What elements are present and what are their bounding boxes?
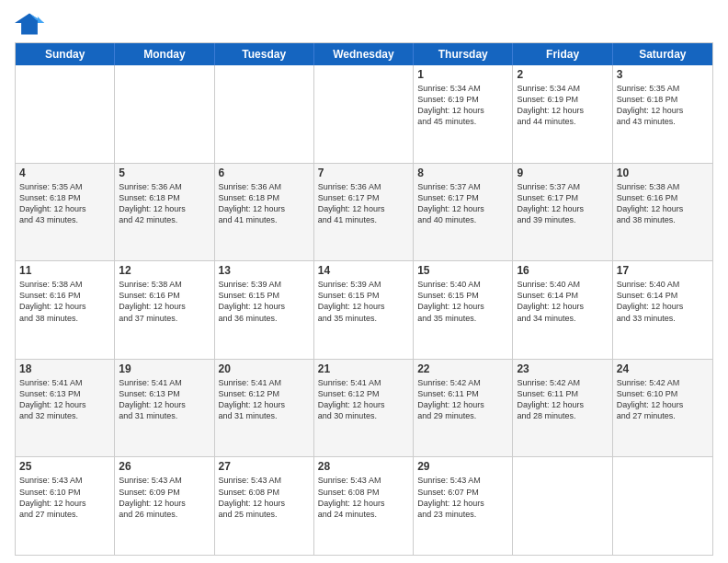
calendar-cell: 14Sunrise: 5:39 AM Sunset: 6:15 PM Dayli…	[314, 261, 414, 359]
cell-date: 17	[617, 264, 709, 277]
day-header-saturday: Saturday	[613, 43, 712, 65]
cell-date: 26	[119, 460, 210, 473]
calendar-week-1: 4Sunrise: 5:35 AM Sunset: 6:18 PM Daylig…	[16, 163, 712, 261]
cell-info: Sunrise: 5:40 AM Sunset: 6:14 PM Dayligh…	[617, 279, 709, 324]
calendar-cell: 19Sunrise: 5:41 AM Sunset: 6:13 PM Dayli…	[115, 360, 214, 457]
calendar-cell: 15Sunrise: 5:40 AM Sunset: 6:15 PM Dayli…	[414, 261, 513, 359]
cell-date: 7	[318, 167, 409, 179]
cell-date: 12	[119, 264, 210, 277]
calendar-cell: 20Sunrise: 5:41 AM Sunset: 6:12 PM Dayli…	[215, 360, 314, 457]
cell-date: 1	[417, 68, 508, 81]
cell-date: 24	[617, 362, 709, 375]
calendar-week-0: 1Sunrise: 5:34 AM Sunset: 6:19 PM Daylig…	[16, 65, 712, 163]
cell-date: 8	[417, 167, 508, 179]
calendar-cell	[16, 65, 115, 163]
calendar-cell: 27Sunrise: 5:43 AM Sunset: 6:08 PM Dayli…	[215, 457, 314, 555]
cell-info: Sunrise: 5:41 AM Sunset: 6:13 PM Dayligh…	[19, 377, 110, 422]
day-header-tuesday: Tuesday	[215, 43, 314, 65]
cell-date: 29	[417, 460, 508, 473]
cell-date: 9	[517, 167, 608, 179]
calendar-cell: 10Sunrise: 5:38 AM Sunset: 6:16 PM Dayli…	[613, 164, 712, 261]
calendar-cell: 26Sunrise: 5:43 AM Sunset: 6:09 PM Dayli…	[115, 457, 214, 555]
day-headers: SundayMondayTuesdayWednesdayThursdayFrid…	[16, 43, 712, 65]
calendar-cell: 23Sunrise: 5:42 AM Sunset: 6:11 PM Dayli…	[513, 360, 612, 457]
calendar-cell: 17Sunrise: 5:40 AM Sunset: 6:14 PM Dayli…	[613, 261, 712, 359]
cell-date: 18	[19, 362, 110, 375]
cell-info: Sunrise: 5:37 AM Sunset: 6:17 PM Dayligh…	[517, 181, 608, 226]
cell-info: Sunrise: 5:41 AM Sunset: 6:12 PM Dayligh…	[318, 377, 409, 422]
calendar-cell	[314, 65, 414, 163]
calendar-cell: 25Sunrise: 5:43 AM Sunset: 6:10 PM Dayli…	[16, 457, 115, 555]
cell-date: 3	[617, 68, 709, 81]
cell-info: Sunrise: 5:42 AM Sunset: 6:11 PM Dayligh…	[417, 377, 508, 422]
cell-info: Sunrise: 5:43 AM Sunset: 6:09 PM Dayligh…	[119, 475, 210, 520]
calendar-cell: 28Sunrise: 5:43 AM Sunset: 6:08 PM Dayli…	[314, 457, 414, 555]
cell-info: Sunrise: 5:34 AM Sunset: 6:19 PM Dayligh…	[417, 83, 508, 128]
day-header-friday: Friday	[513, 43, 612, 65]
cell-date: 25	[19, 460, 110, 473]
calendar-cell: 18Sunrise: 5:41 AM Sunset: 6:13 PM Dayli…	[16, 360, 115, 457]
cell-info: Sunrise: 5:35 AM Sunset: 6:18 PM Dayligh…	[19, 181, 110, 226]
logo	[15, 11, 48, 37]
cell-date: 15	[417, 264, 508, 277]
cell-date: 11	[19, 264, 110, 277]
calendar-cell: 16Sunrise: 5:40 AM Sunset: 6:14 PM Dayli…	[513, 261, 612, 359]
cell-date: 28	[318, 460, 409, 473]
cell-date: 22	[417, 362, 508, 375]
cell-info: Sunrise: 5:36 AM Sunset: 6:17 PM Dayligh…	[318, 181, 409, 226]
calendar-cell	[215, 65, 314, 163]
day-header-monday: Monday	[115, 43, 214, 65]
cell-info: Sunrise: 5:43 AM Sunset: 6:08 PM Dayligh…	[318, 475, 409, 520]
cell-date: 14	[318, 264, 409, 277]
cell-info: Sunrise: 5:36 AM Sunset: 6:18 PM Dayligh…	[219, 181, 310, 226]
logo-icon	[15, 11, 44, 37]
cell-date: 21	[318, 362, 409, 375]
cell-info: Sunrise: 5:39 AM Sunset: 6:15 PM Dayligh…	[318, 279, 409, 324]
calendar-cell	[513, 457, 612, 555]
cell-date: 6	[219, 167, 310, 179]
cell-info: Sunrise: 5:42 AM Sunset: 6:11 PM Dayligh…	[517, 377, 608, 422]
calendar-body: 1Sunrise: 5:34 AM Sunset: 6:19 PM Daylig…	[16, 65, 712, 555]
calendar-week-4: 25Sunrise: 5:43 AM Sunset: 6:10 PM Dayli…	[16, 456, 712, 555]
calendar-week-2: 11Sunrise: 5:38 AM Sunset: 6:16 PM Dayli…	[16, 260, 712, 359]
cell-date: 16	[517, 264, 608, 277]
cell-info: Sunrise: 5:36 AM Sunset: 6:18 PM Dayligh…	[119, 181, 210, 226]
cell-info: Sunrise: 5:43 AM Sunset: 6:07 PM Dayligh…	[417, 475, 508, 520]
calendar-cell: 8Sunrise: 5:37 AM Sunset: 6:17 PM Daylig…	[414, 164, 513, 261]
calendar-cell: 13Sunrise: 5:39 AM Sunset: 6:15 PM Dayli…	[215, 261, 314, 359]
cell-info: Sunrise: 5:40 AM Sunset: 6:14 PM Dayligh…	[517, 279, 608, 324]
cell-info: Sunrise: 5:38 AM Sunset: 6:16 PM Dayligh…	[617, 181, 709, 226]
calendar-cell	[115, 65, 214, 163]
cell-info: Sunrise: 5:37 AM Sunset: 6:17 PM Dayligh…	[417, 181, 508, 226]
calendar-cell: 1Sunrise: 5:34 AM Sunset: 6:19 PM Daylig…	[414, 65, 513, 163]
cell-info: Sunrise: 5:35 AM Sunset: 6:18 PM Dayligh…	[617, 83, 709, 128]
cell-info: Sunrise: 5:42 AM Sunset: 6:10 PM Dayligh…	[617, 377, 709, 422]
cell-date: 10	[617, 167, 709, 179]
calendar: SundayMondayTuesdayWednesdayThursdayFrid…	[15, 42, 713, 556]
day-header-wednesday: Wednesday	[314, 43, 414, 65]
calendar-cell	[613, 457, 712, 555]
cell-date: 23	[517, 362, 608, 375]
calendar-cell: 12Sunrise: 5:38 AM Sunset: 6:16 PM Dayli…	[115, 261, 214, 359]
calendar-cell: 22Sunrise: 5:42 AM Sunset: 6:11 PM Dayli…	[414, 360, 513, 457]
day-header-sunday: Sunday	[16, 43, 115, 65]
cell-info: Sunrise: 5:38 AM Sunset: 6:16 PM Dayligh…	[119, 279, 210, 324]
calendar-cell: 3Sunrise: 5:35 AM Sunset: 6:18 PM Daylig…	[613, 65, 712, 163]
calendar-cell: 6Sunrise: 5:36 AM Sunset: 6:18 PM Daylig…	[215, 164, 314, 261]
cell-info: Sunrise: 5:41 AM Sunset: 6:13 PM Dayligh…	[119, 377, 210, 422]
calendar-cell: 21Sunrise: 5:41 AM Sunset: 6:12 PM Dayli…	[314, 360, 414, 457]
calendar-cell: 7Sunrise: 5:36 AM Sunset: 6:17 PM Daylig…	[314, 164, 414, 261]
calendar-cell: 2Sunrise: 5:34 AM Sunset: 6:19 PM Daylig…	[513, 65, 612, 163]
svg-marker-0	[15, 13, 44, 34]
calendar-cell: 24Sunrise: 5:42 AM Sunset: 6:10 PM Dayli…	[613, 360, 712, 457]
cell-date: 2	[517, 68, 608, 81]
cell-info: Sunrise: 5:41 AM Sunset: 6:12 PM Dayligh…	[219, 377, 310, 422]
cell-info: Sunrise: 5:38 AM Sunset: 6:16 PM Dayligh…	[19, 279, 110, 324]
calendar-cell: 11Sunrise: 5:38 AM Sunset: 6:16 PM Dayli…	[16, 261, 115, 359]
cell-info: Sunrise: 5:39 AM Sunset: 6:15 PM Dayligh…	[219, 279, 310, 324]
cell-date: 19	[119, 362, 210, 375]
calendar-cell: 4Sunrise: 5:35 AM Sunset: 6:18 PM Daylig…	[16, 164, 115, 261]
day-header-thursday: Thursday	[414, 43, 513, 65]
cell-date: 5	[119, 167, 210, 179]
cell-date: 13	[219, 264, 310, 277]
